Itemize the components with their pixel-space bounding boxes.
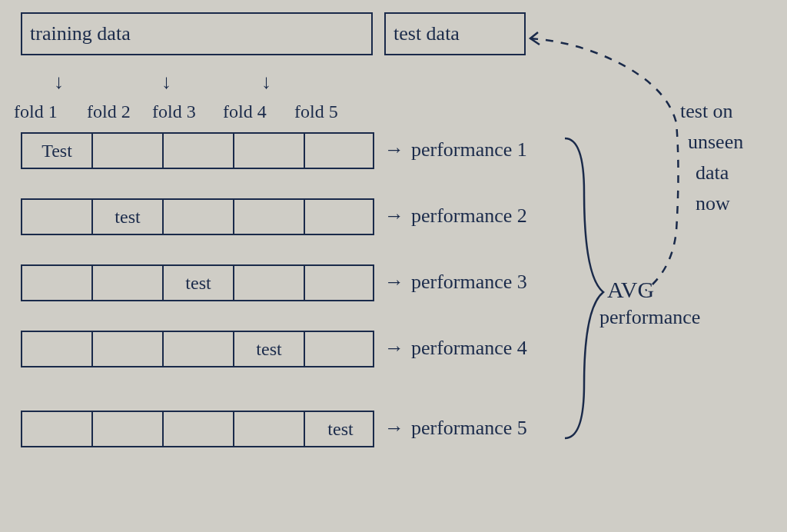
fold-row4-cell1 <box>22 332 93 366</box>
down-arrow-2: ↓ <box>161 71 171 94</box>
fold-row1-cell5 <box>305 134 376 168</box>
fold-row1-cell3 <box>164 134 234 168</box>
fold-row5-cell2 <box>93 412 164 446</box>
perf-arrow-4: → <box>384 337 404 360</box>
perf-label-5: performance 5 <box>411 417 527 440</box>
dashed-arrow-head <box>530 32 540 45</box>
side-note-3: data <box>696 161 729 185</box>
fold-row1-cell4 <box>234 134 305 168</box>
test-data-box: test data <box>384 12 526 55</box>
fold-row2-cell2: test <box>93 200 164 234</box>
fold-label-1: fold 1 <box>14 101 58 122</box>
fold-label-2: fold 2 <box>87 101 131 122</box>
fold-row-5: test <box>21 411 374 447</box>
fold-label-4: fold 4 <box>223 101 267 122</box>
perf-arrow-5: → <box>384 417 404 440</box>
fold-row4-cell5 <box>305 332 376 366</box>
fold-row5-cell5: test <box>305 412 376 446</box>
fold-row4-cell2 <box>93 332 164 366</box>
perf-label-1: performance 1 <box>411 138 527 161</box>
fold-row3-cell1 <box>22 266 93 300</box>
fold-row5-cell4 <box>234 412 305 446</box>
training-data-label: training data <box>30 22 131 45</box>
perf-arrow-1: → <box>384 138 404 161</box>
avg-label-top: AVG <box>607 277 654 303</box>
perf-arrow-3: → <box>384 271 404 294</box>
side-note-4: now <box>696 192 730 215</box>
perf-label-4: performance 4 <box>411 337 527 360</box>
fold-label-3: fold 3 <box>152 101 196 122</box>
fold-row-4: test <box>21 331 374 367</box>
perf-label-2: performance 2 <box>411 204 527 228</box>
fold-row2-cell3 <box>164 200 234 234</box>
down-arrow-3: ↓ <box>261 71 271 94</box>
fold-row-2: test <box>21 198 374 235</box>
down-arrow-1: ↓ <box>54 71 64 94</box>
brace-icon <box>565 138 603 438</box>
test-data-label: test data <box>394 22 460 45</box>
fold-row5-cell1 <box>22 412 93 446</box>
perf-arrow-2: → <box>384 204 404 228</box>
fold-row5-cell3 <box>164 412 234 446</box>
side-note-1: test on <box>680 100 733 123</box>
fold-row4-cell4: test <box>234 332 305 366</box>
fold-row-3: test <box>21 264 374 301</box>
fold-row2-cell5 <box>305 200 376 234</box>
fold-row2-cell4 <box>234 200 305 234</box>
fold-row3-cell3: test <box>164 266 234 300</box>
fold-row-1: Test <box>21 132 374 169</box>
fold-row3-cell4 <box>234 266 305 300</box>
side-note-2: unseen <box>688 131 743 154</box>
fold-row2-cell1 <box>22 200 93 234</box>
fold-label-5: fold 5 <box>294 101 338 122</box>
avg-label-bottom: performance <box>599 306 700 329</box>
dashed-arrow-path <box>530 38 679 291</box>
training-data-box: training data <box>21 12 373 55</box>
fold-row3-cell2 <box>93 266 164 300</box>
fold-row1-cell1: Test <box>22 134 93 168</box>
fold-row1-cell2 <box>93 134 164 168</box>
fold-row4-cell3 <box>164 332 234 366</box>
perf-label-3: performance 3 <box>411 271 527 294</box>
fold-row3-cell5 <box>305 266 376 300</box>
